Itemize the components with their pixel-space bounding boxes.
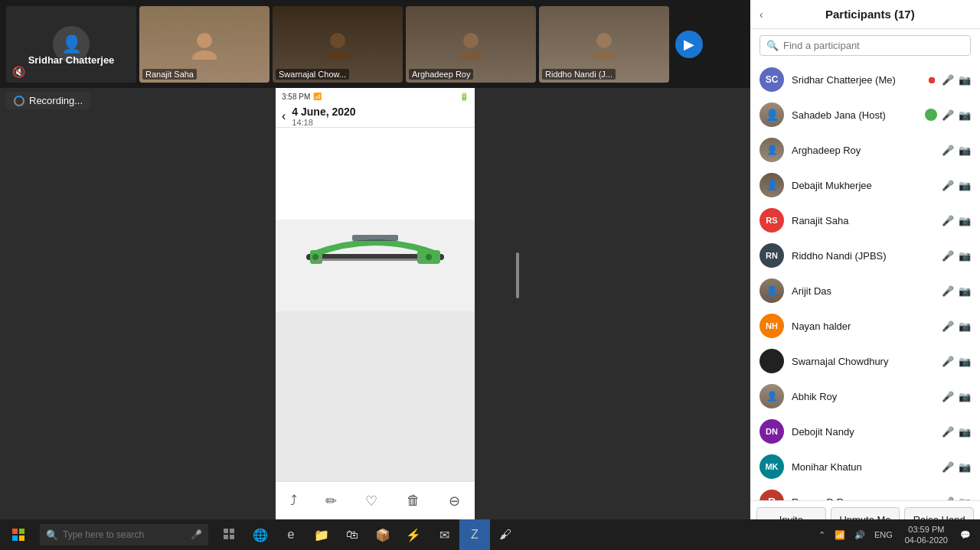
participant-icons-ab: 🎤 📷 (942, 391, 971, 402)
participant-name-sw: Swarnajal Chowdhury (792, 356, 934, 367)
participant-icons-rs: 🎤 📷 (942, 215, 971, 226)
phone-screen: 3:58 PM 📶 🔋 ‹ 4 June, 2020 14:18 (276, 88, 475, 550)
thumb-name-ranajit: Ranajit Saha (142, 69, 197, 80)
participant-item-sj[interactable]: 👤 Sahadeb Jana (Host) 🎤 📷 (750, 97, 980, 132)
taskbar-icon-mail[interactable]: ✉ (429, 519, 459, 550)
svg-rect-20 (19, 535, 24, 541)
cam-icon-rs: 📷 (959, 215, 971, 226)
participant-item-ab[interactable]: 👤 Abhik Roy 🎤 📷 (750, 379, 980, 414)
hacksaw-image (299, 227, 452, 304)
participant-name-sc: Sridhar Chatterjee (Me) (792, 74, 920, 86)
taskbar-icon-folder[interactable]: 📁 (306, 519, 337, 550)
start-button[interactable] (0, 519, 37, 550)
taskbar-icon-edge[interactable]: 🌐 (245, 519, 276, 550)
participants-header: ‹ Participants (17) (750, 0, 980, 29)
participant-item-dm[interactable]: 👤 Debajit Mukherjee 🎤 📷 (750, 168, 980, 203)
participant-name-nh: Nayan halder (792, 321, 934, 332)
svg-rect-18 (19, 529, 24, 534)
next-participants-button[interactable]: ▶ (675, 31, 703, 58)
taskbar-icon-store[interactable]: 🛍 (337, 519, 368, 550)
collapse-button[interactable]: ‹ (760, 8, 763, 21)
cam-icon-aj: 📷 (959, 285, 971, 297)
participant-item-rn[interactable]: RN Riddho Nandi (JPBS) 🎤 📷 (750, 238, 980, 273)
participant-search-input[interactable] (783, 40, 964, 51)
avatar-ar: 👤 (760, 138, 784, 162)
thumb-name-argh: Arghadeep Roy (409, 69, 473, 80)
recording-spinner (14, 96, 24, 106)
svg-rect-21 (224, 529, 228, 533)
participant-search-box[interactable]: 🔍 (760, 35, 971, 56)
thumb-name-swarna: Swarnajal Chow... (276, 69, 349, 80)
participant-name-rn: Riddho Nandi (JPBS) (792, 250, 934, 262)
phone-status-bar: 3:58 PM 📶 🔋 (276, 88, 475, 105)
svg-point-14 (312, 254, 318, 260)
mic-icon-ab: 🎤 (942, 391, 954, 402)
participant-name-dm: Debajit Mukherjee (792, 180, 934, 191)
participant-icons-sj: 🎤 📷 (925, 109, 971, 121)
tray-volume-icon[interactable]: 🔊 (851, 529, 868, 542)
participant-item-ar[interactable]: 👤 Arghadeep Roy 🎤 📷 (750, 132, 980, 168)
participant-icons-dn: 🎤 📷 (942, 426, 971, 438)
back-arrow-icon[interactable]: ‹ (282, 109, 286, 123)
tray-up-arrow[interactable]: ⌃ (815, 529, 828, 542)
phone-empty-section (276, 311, 475, 481)
avatar-rs: RS (760, 208, 784, 233)
system-clock[interactable]: 03:59 PM 04-06-2020 (899, 524, 954, 546)
participant-item-mk[interactable]: MK Monihar Khatun 🎤 📷 (750, 449, 980, 484)
cam-icon-sw: 📷 (959, 356, 971, 367)
mic-icon-sc: 🎤 (942, 74, 954, 86)
participant-item-sw[interactable]: Swarnajal Chowdhury 🎤 📷 (750, 343, 980, 379)
battery-icon: 🔋 (459, 93, 469, 101)
participants-title: Participants (17) (769, 8, 971, 21)
more-icon[interactable]: ⊖ (449, 493, 460, 509)
phone-date: 4 June, 2020 (292, 106, 355, 118)
participant-item-nh[interactable]: NH Nayan halder 🎤 📷 (750, 308, 980, 343)
participant-name-mk: Monihar Khatun (792, 461, 934, 473)
avatar-sw (760, 349, 784, 373)
phone-white-section (276, 128, 475, 220)
taskbar-icon-zoom[interactable]: Z (459, 519, 490, 550)
heart-icon[interactable]: ♡ (365, 493, 377, 509)
thumbnail-strip: 👤 Sridhar Chatterjee 🔇 Ranajit Saha Swar… (0, 0, 750, 88)
thumbnail-argh: Arghadeep Roy (406, 6, 536, 83)
taskbar-icon-dropbox[interactable]: 📦 (368, 519, 398, 550)
avatar-dn: DN (760, 419, 784, 444)
taskbar-icon-bolt[interactable]: ⚡ (398, 519, 429, 550)
mic-icon-ar: 🎤 (942, 145, 954, 156)
notification-icon[interactable]: 💬 (957, 529, 974, 542)
svg-point-2 (197, 33, 212, 48)
tray-lang[interactable]: ENG (871, 529, 896, 541)
mic-icon-mk: 🎤 (942, 461, 954, 473)
participant-item-dn[interactable]: DN Debojit Nandy 🎤 📷 (750, 414, 980, 449)
share-icon[interactable]: ⤴ (290, 493, 297, 509)
recording-badge: Recording... (6, 92, 90, 109)
greenlight-icon-sj (925, 109, 937, 121)
taskbar-icon-paint[interactable]: 🖌 (490, 519, 521, 550)
participants-panel: ‹ Participants (17) 🔍 SC Sridhar Chatter… (750, 0, 980, 550)
mic-icon-rs: 🎤 (942, 215, 954, 226)
mic-icon-aj: 🎤 (942, 285, 954, 297)
mic-icon-dm: 🎤 (942, 180, 954, 191)
tray-network-icon[interactable]: 📶 (831, 529, 848, 542)
thumb-name-riddho: Riddho Nandi (J... (542, 69, 616, 80)
participant-icons-nh: 🎤 📷 (942, 321, 971, 332)
taskbar-icon-ie[interactable]: e (276, 519, 306, 550)
taskbar-search-input[interactable] (63, 529, 186, 540)
participant-item-rs[interactable]: RS Ranajit Saha 🎤 📷 (750, 203, 980, 238)
participant-item-r[interactable]: R Remon D Roy 🎤 📷 (750, 484, 980, 500)
svg-point-3 (192, 50, 217, 60)
task-view-button[interactable] (214, 519, 245, 550)
edit-icon[interactable]: ✏ (325, 493, 337, 509)
trash-icon[interactable]: 🗑 (407, 493, 420, 509)
main-area: 👤 Sridhar Chatterjee 🔇 Ranajit Saha Swar… (0, 0, 750, 550)
phone-nav-bar: ‹ 4 June, 2020 14:18 (276, 105, 475, 128)
cam-icon-nh: 📷 (959, 321, 971, 332)
phone-subtime: 14:18 (292, 118, 355, 127)
thumbnail-riddho: Riddho Nandi (J... (539, 6, 669, 83)
participant-item-aj[interactable]: 👤 Arijit Das 🎤 📷 (750, 273, 980, 308)
mic-icon-dn: 🎤 (942, 426, 954, 438)
taskbar-search[interactable]: 🔍 🎤 (40, 524, 208, 545)
participant-item-sc[interactable]: SC Sridhar Chatterjee (Me) ⏺ 🎤 📷 (750, 62, 980, 97)
mic-icon-rn: 🎤 (942, 250, 954, 262)
host-thumbnail: 👤 Sridhar Chatterjee 🔇 (6, 6, 136, 83)
